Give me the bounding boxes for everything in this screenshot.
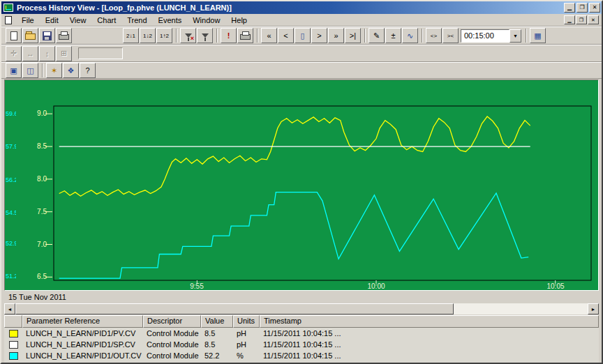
menu-view[interactable]: View bbox=[64, 15, 92, 26]
open-button[interactable] bbox=[22, 28, 38, 43]
mdi-document-icon bbox=[5, 16, 12, 24]
pan-button[interactable]: ✛ bbox=[6, 46, 22, 61]
layout-button[interactable]: ▣ bbox=[6, 63, 22, 78]
parameter-cell: LUNCH_N_LEARN/PID1/OUT.CV bbox=[22, 351, 143, 360]
menu-edit[interactable]: Edit bbox=[40, 15, 64, 26]
cursor-toolbar: ✛ ↔ ↕ ⊞ bbox=[1, 45, 602, 62]
table-row[interactable]: LUNCH_N_LEARN/PID1/PV.CV Control Module … bbox=[4, 328, 599, 339]
save-button[interactable] bbox=[39, 28, 55, 43]
toolbar-separator bbox=[216, 29, 218, 43]
step-back-button[interactable]: < bbox=[278, 28, 294, 43]
mdi-close-button[interactable]: ✕ bbox=[588, 15, 599, 24]
mdi-restore-button[interactable]: ❐ bbox=[576, 15, 587, 24]
mdi-minimize-button[interactable]: ▁ bbox=[564, 15, 575, 24]
magic-wand-button[interactable]: ✶ bbox=[46, 63, 62, 78]
parameter-reference-header[interactable]: Parameter Reference bbox=[22, 315, 143, 328]
close-button[interactable]: ✕ bbox=[589, 3, 600, 13]
filter-button[interactable] bbox=[197, 28, 213, 43]
view-toolbar: ▣ ◫ ✶ ❖ ? bbox=[1, 62, 602, 79]
time-span-input[interactable]: 00:15:00 bbox=[461, 29, 509, 43]
go-to-end-button[interactable]: >| bbox=[345, 28, 361, 43]
toolbar-separator bbox=[257, 29, 258, 43]
scroll-horizontal-button[interactable]: ↔ bbox=[22, 46, 38, 61]
funnel-x-overlay: × bbox=[191, 36, 194, 42]
toolbar-separator bbox=[364, 29, 366, 43]
palette-button[interactable]: ❖ bbox=[63, 63, 79, 78]
window-title: Process History View - [Loop_fp.phve (LU… bbox=[17, 3, 561, 12]
scroll-right-button[interactable]: ► bbox=[588, 303, 599, 314]
export-button[interactable]: ▦ bbox=[530, 28, 546, 43]
scale-button[interactable]: ± bbox=[385, 28, 401, 43]
trend-chart-panel[interactable]: 9.08.58.07.57.06.559.657.956.254.552.951… bbox=[4, 79, 599, 291]
minimize-button[interactable]: ▁ bbox=[564, 3, 575, 13]
trend-plot[interactable] bbox=[5, 80, 598, 290]
sort-custom-button[interactable]: 1↑2 bbox=[156, 28, 172, 43]
scroll-left-button[interactable]: ◄ bbox=[4, 303, 15, 314]
new-document-button[interactable] bbox=[6, 28, 22, 43]
trace-color-cell bbox=[4, 341, 22, 349]
chart-date-row: 15 Tue Nov 2011 bbox=[4, 291, 599, 303]
title-bar: Process History View - [Loop_fp.phve (LU… bbox=[1, 1, 602, 14]
toolbar-separator bbox=[422, 29, 423, 43]
descriptor-cell: Control Module bbox=[143, 351, 201, 360]
menu-events[interactable]: Events bbox=[153, 15, 188, 26]
edit-chart-button[interactable]: ✎ bbox=[368, 28, 385, 43]
toolbar-spacer bbox=[73, 28, 123, 43]
value-header[interactable]: Value bbox=[201, 315, 233, 328]
cursor-position-display bbox=[78, 47, 123, 59]
sort-descending-button[interactable]: 1↓2 bbox=[140, 28, 156, 43]
new-document-icon bbox=[10, 31, 17, 40]
scrollbar-thumb[interactable] bbox=[15, 303, 454, 314]
menu-chart[interactable]: Chart bbox=[91, 15, 121, 26]
menu-window[interactable]: Window bbox=[187, 15, 225, 26]
scroll-vertical-button[interactable]: ↕ bbox=[39, 46, 55, 61]
trend-button[interactable]: ∿ bbox=[402, 28, 418, 43]
menu-trend[interactable]: Trend bbox=[121, 15, 152, 26]
pv-color-swatch bbox=[9, 330, 18, 338]
jump-forward-button[interactable]: » bbox=[328, 28, 344, 43]
out-color-swatch bbox=[9, 352, 18, 360]
sort-ascending-button[interactable]: 2↓1 bbox=[123, 28, 139, 43]
parameter-table: LUNCH_N_LEARN/PID1/PV.CV Control Module … bbox=[4, 328, 599, 363]
horizontal-scrollbar[interactable]: ◄ ► bbox=[4, 303, 599, 314]
split-view-button[interactable]: ◫ bbox=[22, 63, 38, 78]
toolbar-separator bbox=[176, 29, 177, 43]
open-icon bbox=[25, 33, 36, 40]
save-icon bbox=[43, 31, 52, 40]
process-history-view-window: Process History View - [Loop_fp.phve (LU… bbox=[0, 0, 603, 364]
print-button[interactable] bbox=[56, 28, 72, 43]
timestamp-header[interactable]: Timestamp bbox=[260, 315, 599, 328]
parameter-cell: LUNCH_N_LEARN/PID1/SP.CV bbox=[22, 340, 143, 349]
parameter-table-header: Parameter Reference Descriptor Value Uni… bbox=[4, 315, 599, 328]
menu-file[interactable]: File bbox=[16, 15, 40, 26]
table-row[interactable]: LUNCH_N_LEARN/PID1/SP.CV Control Module … bbox=[4, 339, 599, 350]
units-cell: % bbox=[233, 351, 260, 360]
units-header[interactable]: Units bbox=[233, 315, 260, 328]
expand-time-button[interactable]: <> bbox=[426, 28, 442, 43]
toolbar-separator bbox=[526, 29, 527, 43]
main-toolbar: 2↓1 1↓2 1↑2 × ! « < ▯ > » >| ✎ ± ∿ <> ><… bbox=[1, 26, 602, 45]
color-column-header[interactable] bbox=[4, 315, 22, 328]
mdi-window-controls: ▁ ❐ ✕ bbox=[564, 15, 599, 24]
jump-begin-button[interactable]: « bbox=[261, 28, 277, 43]
timestamp-cell: 11/15/2011 10:04:15 ... bbox=[260, 351, 599, 360]
context-help-button[interactable]: ? bbox=[80, 63, 96, 78]
value-cell: 52.2 bbox=[201, 351, 233, 360]
clear-filter-button[interactable]: × bbox=[180, 28, 196, 43]
current-page-button[interactable]: ▯ bbox=[295, 28, 311, 43]
descriptor-cell: Control Module bbox=[143, 329, 201, 338]
step-forward-button[interactable]: > bbox=[311, 28, 327, 43]
print-events-button[interactable] bbox=[237, 28, 253, 43]
compress-time-button[interactable]: >< bbox=[442, 28, 459, 43]
sp-color-swatch bbox=[9, 341, 18, 349]
value-cell: 8.5 bbox=[201, 329, 233, 338]
time-span-dropdown-button[interactable]: ▼ bbox=[509, 29, 521, 43]
units-cell: pH bbox=[233, 329, 260, 338]
table-row[interactable]: LUNCH_N_LEARN/PID1/OUT.CV Control Module… bbox=[4, 350, 599, 361]
print-events-icon bbox=[240, 34, 251, 40]
events-button[interactable]: ! bbox=[221, 28, 237, 43]
zoom-box-button[interactable]: ⊞ bbox=[56, 46, 72, 61]
restore-button[interactable]: ❐ bbox=[576, 3, 588, 13]
descriptor-header[interactable]: Descriptor bbox=[143, 315, 201, 328]
menu-help[interactable]: Help bbox=[225, 15, 253, 26]
